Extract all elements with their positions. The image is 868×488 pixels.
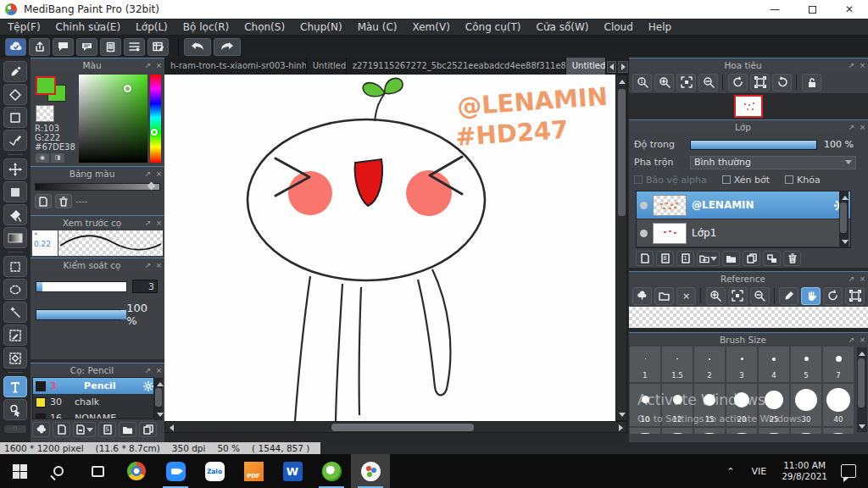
marquee-select-tool[interactable] xyxy=(3,256,27,277)
publish-button[interactable] xyxy=(29,38,50,56)
gradient-tool[interactable] xyxy=(3,227,27,248)
popout-icon[interactable]: ↗ xyxy=(846,123,857,131)
brush-item-pencil[interactable]: 3 Pencil xyxy=(33,378,153,394)
tray-clock[interactable]: 11:00 AM 29/8/2021 xyxy=(775,460,834,482)
task-view-button[interactable] xyxy=(78,454,117,488)
reference-zoom-in-button[interactable] xyxy=(706,287,726,305)
comment-bubble-button[interactable] xyxy=(53,38,74,56)
menu-xem[interactable]: Xem(V) xyxy=(405,19,458,36)
brush-item-chalk[interactable]: 30 chalk xyxy=(33,394,153,410)
popout-icon[interactable]: ↗ xyxy=(846,336,857,344)
menu-chup[interactable]: Chụp(N) xyxy=(292,19,350,36)
taskbar-chrome[interactable] xyxy=(117,454,156,488)
brush-size-option[interactable]: 1.5 xyxy=(661,346,693,383)
close-icon[interactable]: × xyxy=(153,61,164,69)
tab-1[interactable]: Untitled xyxy=(307,58,347,75)
operation-tool[interactable] xyxy=(3,399,27,420)
document-button[interactable] xyxy=(100,38,121,56)
redo-button[interactable] xyxy=(214,38,241,56)
layer-blend-dropdown[interactable]: Bình thường xyxy=(690,156,856,169)
close-icon[interactable]: × xyxy=(153,169,164,178)
taskbar-zalo[interactable]: Zalo xyxy=(195,454,234,488)
brush-size-option[interactable] xyxy=(758,427,790,434)
tray-expand-chevron[interactable]: ⌃ xyxy=(718,466,743,477)
tray-language[interactable]: VIE xyxy=(743,466,775,477)
brush-duplicate-button[interactable] xyxy=(139,422,157,437)
layer-opacity-slider[interactable] xyxy=(690,140,817,150)
navigator-thumbnail[interactable] xyxy=(734,95,763,118)
close-button[interactable]: ✕ xyxy=(831,0,868,19)
zoom-actual-button[interactable]: 1 xyxy=(632,74,652,92)
move-tool[interactable] xyxy=(3,158,27,180)
tab-0[interactable]: h-ram-tron-ts-xiaomi-sr003-hinh-1.jpg xyxy=(164,58,307,75)
text-tool[interactable] xyxy=(3,376,27,397)
edit-canvas-button[interactable] xyxy=(147,38,169,56)
start-button[interactable] xyxy=(0,454,39,488)
saturation-value-picker[interactable] xyxy=(79,75,147,163)
palette-new-button[interactable] xyxy=(35,194,52,208)
color-bar-toggle[interactable]: ◨ xyxy=(51,153,64,163)
cloud-sync-button[interactable] xyxy=(5,38,26,56)
menu-chon[interactable]: Chọn(S) xyxy=(236,19,292,36)
tool-panel-toggle[interactable]: ∷ xyxy=(4,425,26,433)
taskbar-foxit[interactable]: PDF xyxy=(234,454,273,488)
brush-size-option[interactable]: 15 xyxy=(693,383,726,427)
brush-size-option[interactable]: 4 xyxy=(758,346,790,383)
reference-clear-button[interactable]: × xyxy=(676,287,696,305)
reference-eyedropper-button[interactable] xyxy=(779,287,798,305)
select-pen-tool[interactable] xyxy=(3,324,27,346)
menu-cong-cu[interactable]: Công cụ(T) xyxy=(458,19,529,36)
reset-view-button[interactable] xyxy=(750,74,770,92)
brush-opacity-slider[interactable] xyxy=(36,309,121,320)
brush-size-value[interactable]: 3 xyxy=(132,280,158,293)
palette-gradient-slider[interactable] xyxy=(35,183,160,191)
menu-cua-so[interactable]: Cửa sổ(W) xyxy=(529,19,597,36)
menu-tep[interactable]: Tệp(F) xyxy=(0,19,48,36)
notification-center-icon[interactable] xyxy=(841,464,856,478)
reference-fit-button[interactable] xyxy=(728,287,748,305)
foreground-color-swatch[interactable] xyxy=(36,76,56,95)
hue-cursor[interactable] xyxy=(151,129,158,136)
restore-button[interactable] xyxy=(793,0,831,19)
brush-size-option[interactable]: 20 xyxy=(726,383,758,427)
menu-bo-loc[interactable]: Bộ lọc(R) xyxy=(175,19,236,36)
tab-3-active[interactable]: Untitled xyxy=(566,58,606,75)
layer-visibility-toggle[interactable] xyxy=(640,230,648,237)
brush-size-option[interactable] xyxy=(661,427,693,434)
folder-button[interactable] xyxy=(722,251,740,266)
reference-hand-button[interactable] xyxy=(801,287,821,305)
palette-slider-marker[interactable] xyxy=(147,182,156,191)
brush-size-option[interactable] xyxy=(693,427,726,434)
transparent-swatch[interactable] xyxy=(36,105,54,122)
popout-icon[interactable]: ↗ xyxy=(142,169,153,178)
fit-screen-button[interactable] xyxy=(676,74,696,92)
close-icon[interactable]: × xyxy=(153,366,164,374)
taskbar-medibang-active[interactable] xyxy=(351,454,390,488)
layer-row-lenamin[interactable]: @LENAMIN xyxy=(637,191,850,219)
rotate-ccw-button[interactable] xyxy=(728,74,748,92)
close-icon[interactable]: × xyxy=(153,261,164,269)
menu-help[interactable]: Help xyxy=(641,19,679,36)
zoom-in-button[interactable] xyxy=(654,74,674,92)
add-1bit-layer-button[interactable]: 1 xyxy=(676,251,694,266)
polyline-tool[interactable] xyxy=(3,130,27,151)
brush-cloud-download-button[interactable] xyxy=(32,422,50,437)
hue-slider[interactable] xyxy=(150,75,161,163)
shape-brush-tool[interactable] xyxy=(3,107,27,128)
lock-checkbox[interactable] xyxy=(785,175,793,184)
fill-rect-tool[interactable] xyxy=(3,181,27,202)
brush-size-slider[interactable] xyxy=(36,281,127,292)
minimize-button[interactable]: — xyxy=(756,0,793,19)
bucket-tool[interactable] xyxy=(3,204,27,225)
menu-chinh-sua[interactable]: Chỉnh sửa(E) xyxy=(48,19,129,36)
popout-icon[interactable]: ↗ xyxy=(142,261,153,269)
brush-size-option[interactable] xyxy=(790,427,822,434)
reference-zoom-out-button[interactable] xyxy=(750,287,770,305)
add-folder-menu-button[interactable] xyxy=(697,251,720,266)
brush-size-option[interactable]: 3 xyxy=(726,346,758,383)
drawing-canvas[interactable]: @LENAMIN #HD247 xyxy=(164,75,615,421)
brush-add-menu-button[interactable] xyxy=(73,422,96,437)
brush-size-option[interactable]: 5 xyxy=(790,346,822,383)
reference-open-button[interactable] xyxy=(654,287,674,305)
brush-tool[interactable] xyxy=(3,61,27,82)
